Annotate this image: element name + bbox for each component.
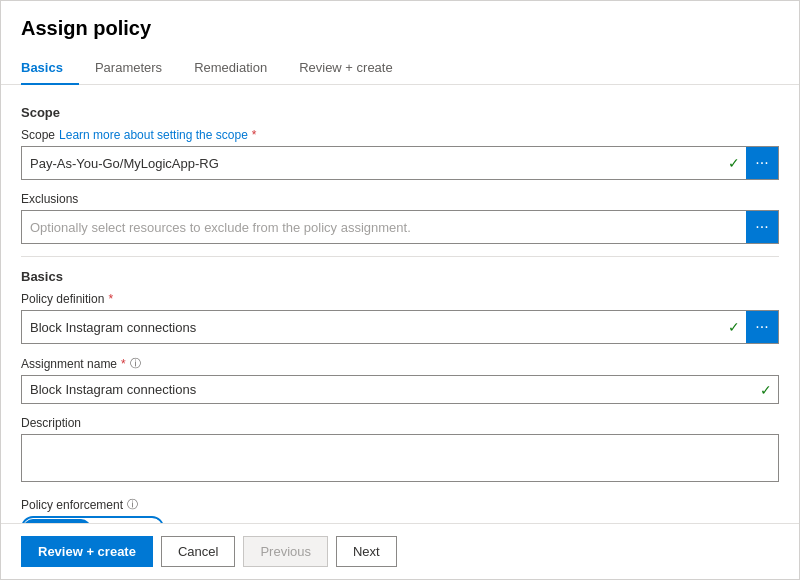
policy-enforcement-toggle: Enabled Disabled [21,516,779,523]
scope-check-icon: ✓ [722,155,746,171]
scope-input-row: ✓ ··· [21,146,779,180]
policy-definition-browse-button[interactable]: ··· [746,311,778,343]
policy-enforcement-label: Policy enforcement ⓘ [21,497,779,512]
exclusions-browse-button[interactable]: ··· [746,211,778,243]
scope-required-marker: * [252,128,257,142]
tab-remediation[interactable]: Remediation [178,52,283,85]
scope-section-label: Scope [21,105,779,120]
assignment-name-label: Assignment name * ⓘ [21,356,779,371]
description-input[interactable] [21,434,779,482]
tab-bar: Basics Parameters Remediation Review + c… [21,52,779,84]
tab-basics[interactable]: Basics [21,52,79,85]
footer-bar: Review + create Cancel Previous Next [1,523,799,579]
scope-input[interactable] [22,150,722,177]
exclusions-label-text: Exclusions [21,192,78,206]
scope-label-text: Scope [21,128,55,142]
next-button[interactable]: Next [336,536,397,567]
assignment-name-input[interactable] [22,376,754,403]
assignment-name-check-icon: ✓ [754,382,778,398]
description-label: Description [21,416,779,430]
policy-definition-label-text: Policy definition [21,292,104,306]
description-label-text: Description [21,416,81,430]
section-divider-1 [21,256,779,257]
policy-enforcement-label-text: Policy enforcement [21,498,123,512]
policy-definition-input-row: ✓ ··· [21,310,779,344]
cancel-button[interactable]: Cancel [161,536,235,567]
page-title: Assign policy [21,17,779,40]
policy-enforcement-field-group: Policy enforcement ⓘ Enabled Disabled [21,497,779,523]
assignment-name-info-icon: ⓘ [130,356,141,371]
policy-definition-check-icon: ✓ [722,319,746,335]
form-content: Scope Scope Learn more about setting the… [1,85,799,523]
policy-enforcement-toggle-pill: Enabled Disabled [21,516,164,523]
scope-learn-more-link[interactable]: Learn more about setting the scope [59,128,248,142]
scope-browse-button[interactable]: ··· [746,147,778,179]
policy-definition-label: Policy definition * [21,292,779,306]
tab-review-create[interactable]: Review + create [283,52,409,85]
policy-enforcement-info-icon: ⓘ [127,497,138,512]
page-header: Assign policy Basics Parameters Remediat… [1,1,799,85]
assignment-name-field-group: Assignment name * ⓘ ✓ [21,356,779,404]
policy-definition-field-group: Policy definition * ✓ ··· [21,292,779,344]
previous-button: Previous [243,536,328,567]
description-field-group: Description [21,416,779,485]
scope-field-label: Scope Learn more about setting the scope… [21,128,779,142]
assignment-name-required: * [121,357,126,371]
assignment-name-input-row: ✓ [21,375,779,404]
review-create-button[interactable]: Review + create [21,536,153,567]
assign-policy-page: Assign policy Basics Parameters Remediat… [0,0,800,580]
exclusions-field-group: Exclusions Optionally select resources t… [21,192,779,244]
exclusions-field-label: Exclusions [21,192,779,206]
exclusions-placeholder: Optionally select resources to exclude f… [22,214,746,241]
scope-field-group: Scope Learn more about setting the scope… [21,128,779,180]
tab-parameters[interactable]: Parameters [79,52,178,85]
policy-definition-input[interactable] [22,314,722,341]
exclusions-input-row: Optionally select resources to exclude f… [21,210,779,244]
basics-section-label: Basics [21,269,779,284]
assignment-name-label-text: Assignment name [21,357,117,371]
policy-definition-required: * [108,292,113,306]
